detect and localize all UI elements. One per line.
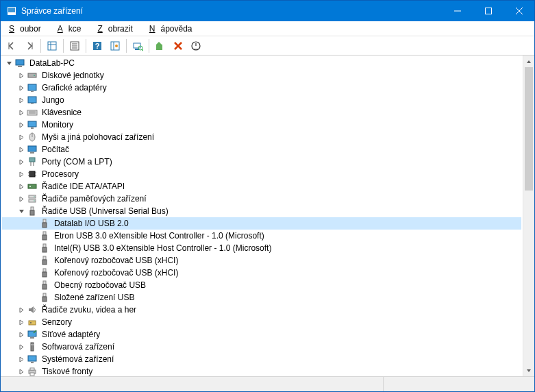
tree-item[interactable]: Datalab I/O USB 2.0: [2, 217, 521, 230]
tree-item[interactable]: Porty (COM a LPT): [2, 156, 521, 168]
tree-twisty-icon[interactable]: [17, 145, 25, 154]
svg-rect-73: [42, 297, 47, 302]
tree-item[interactable]: Grafické adaptéry: [2, 82, 521, 94]
tree-item[interactable]: Řadiče paměťových zařízení: [2, 193, 521, 205]
tree-twisty-icon[interactable]: [17, 133, 25, 141]
minimize-button[interactable]: [442, 1, 473, 21]
uninstall-button[interactable]: [170, 38, 186, 54]
tree-item[interactable]: Jungo: [2, 94, 521, 106]
tree-item[interactable]: Řadiče zvuku, videa a her: [2, 304, 521, 316]
forward-button[interactable]: [21, 38, 38, 54]
tree-item-label: Systémová zařízení: [40, 354, 115, 364]
tree-item[interactable]: Řadiče USB (Universal Serial Bus): [2, 205, 521, 217]
tree-twisty-icon[interactable]: [17, 170, 25, 178]
tree-item[interactable]: Tiskové fronty: [2, 365, 521, 376]
tree-twisty-icon[interactable]: [17, 195, 25, 203]
help-button[interactable]: ?: [89, 38, 105, 54]
svg-rect-79: [31, 343, 34, 351]
menu-action[interactable]: Akce: [52, 23, 92, 35]
svg-rect-82: [31, 362, 34, 363]
tree-item[interactable]: Etron USB 3.0 eXtensible Host Controller…: [2, 230, 521, 242]
tree-twisty-icon[interactable]: [17, 367, 25, 376]
tree-item[interactable]: Myši a jiná polohovací zařízení: [2, 131, 521, 143]
disable-button[interactable]: [188, 38, 204, 54]
tree-item[interactable]: Síťové adaptéry: [2, 328, 521, 341]
scrollbar-track[interactable]: [523, 67, 534, 365]
svg-rect-60: [43, 219, 46, 223]
tree-item[interactable]: Klávesnice: [2, 106, 521, 119]
svg-rect-34: [31, 103, 34, 104]
svg-rect-19: [134, 43, 140, 48]
svg-rect-32: [31, 91, 34, 92]
tree-twisty-icon[interactable]: [17, 96, 25, 104]
tree-item-label: Datalab I/O USB 2.0: [53, 219, 130, 228]
tree-twisty-icon[interactable]: [17, 108, 25, 117]
system-icon: [27, 354, 38, 365]
status-panel: [1, 377, 384, 391]
back-button[interactable]: [3, 38, 20, 54]
tree-twisty-icon[interactable]: [17, 71, 25, 79]
device-tree[interactable]: DataLab-PCDiskové jednotkyGrafické adapt…: [1, 56, 523, 376]
properties-button[interactable]: [66, 38, 83, 54]
tree-twisty-icon[interactable]: [17, 330, 25, 339]
tree-item-label: Obecný rozbočovač USB: [53, 280, 147, 290]
tree-item[interactable]: Softwarová zařízení: [2, 341, 521, 353]
close-button[interactable]: [503, 1, 534, 21]
menu-view[interactable]: Zobrazit: [92, 23, 143, 35]
software-icon: [27, 341, 38, 352]
tree-twisty-icon[interactable]: [17, 306, 25, 314]
tree-twisty-icon[interactable]: [17, 355, 25, 363]
tree-twisty-icon[interactable]: [17, 121, 25, 129]
tree-twisty-icon[interactable]: [17, 84, 25, 92]
tree-item[interactable]: Procesory: [2, 168, 521, 180]
menu-help[interactable]: Nápověda: [144, 23, 203, 35]
tree-root[interactable]: DataLab-PC: [2, 57, 521, 69]
action-button[interactable]: [107, 38, 123, 54]
toolbar-separator: [149, 39, 149, 53]
scroll-up-button[interactable]: [523, 56, 534, 67]
tree-item[interactable]: Řadiče IDE ATA/ATAPI: [2, 180, 521, 193]
tree-item-label: Řadiče paměťových zařízení: [40, 194, 148, 204]
tree-item[interactable]: Senzory: [2, 316, 521, 328]
scrollbar-thumb[interactable]: [525, 67, 533, 191]
vertical-scrollbar[interactable]: [523, 56, 534, 376]
tree-item[interactable]: Obecný rozbočovač USB: [2, 279, 521, 291]
scroll-down-button[interactable]: [523, 365, 534, 376]
titlebar: Správce zařízení: [1, 1, 534, 21]
svg-rect-81: [28, 356, 36, 361]
maximize-button[interactable]: [473, 1, 503, 21]
printer-icon: [27, 366, 38, 376]
tree-item[interactable]: Kořenový rozbočovač USB (xHCI): [2, 267, 521, 279]
menu-file[interactable]: Soubor: [3, 23, 52, 35]
tree-item-label: Diskové jednotky: [40, 71, 105, 80]
tree-twisty-icon[interactable]: [17, 343, 25, 351]
tree-item-label: Kořenový rozbočovač USB (xHCI): [53, 256, 179, 265]
tree-item-label: Senzory: [40, 317, 73, 327]
tree-twisty-icon[interactable]: [17, 182, 25, 191]
tree-twisty-icon[interactable]: [5, 59, 13, 67]
tree-item[interactable]: Intel(R) USB 3.0 eXtensible Host Control…: [2, 242, 521, 254]
tree-item[interactable]: Monitory: [2, 119, 521, 131]
svg-rect-4: [485, 8, 491, 14]
tree-twisty-icon[interactable]: [17, 207, 25, 215]
sound-icon: [27, 304, 38, 315]
tree-twisty-icon[interactable]: [17, 158, 25, 166]
svg-rect-84: [30, 368, 34, 370]
scan-hardware-button[interactable]: [129, 38, 146, 54]
tree-item[interactable]: Diskové jednotky: [2, 69, 521, 82]
tree-twisty-icon[interactable]: [17, 318, 25, 326]
svg-point-56: [34, 196, 34, 197]
usb-icon: [39, 243, 50, 254]
tree-item[interactable]: Počítač: [2, 143, 521, 156]
tree-item[interactable]: Kořenový rozbočovač USB (xHCI): [2, 254, 521, 267]
app-icon: [6, 5, 17, 16]
svg-rect-27: [16, 60, 24, 65]
svg-rect-52: [28, 184, 36, 188]
svg-rect-71: [42, 284, 47, 289]
show-hide-console-button[interactable]: [44, 38, 60, 54]
tree-item[interactable]: Systémová zařízení: [2, 353, 521, 365]
update-driver-button[interactable]: [152, 38, 169, 54]
svg-rect-33: [28, 97, 36, 103]
tree-item[interactable]: Složené zařízení USB: [2, 291, 521, 304]
usb-icon: [39, 292, 50, 303]
